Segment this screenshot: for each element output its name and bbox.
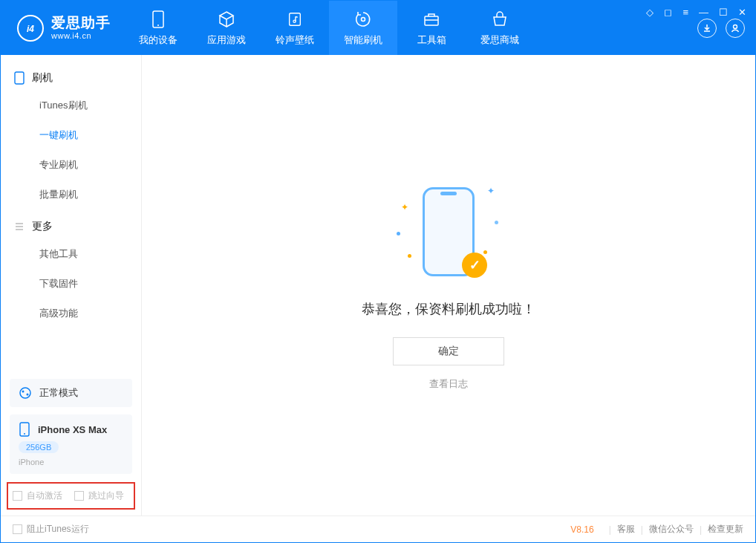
- svg-rect-8: [15, 72, 24, 84]
- check-badge-icon: ✓: [462, 253, 487, 278]
- checkbox-auto-activate[interactable]: 自动激活: [13, 490, 62, 502]
- svg-rect-3: [290, 13, 301, 25]
- minimize-icon[interactable]: —: [699, 7, 708, 18]
- sidebar-item-itunes[interactable]: iTunes刷机: [1, 91, 141, 120]
- sidebar-item-batch[interactable]: 批量刷机: [1, 180, 141, 209]
- sidebar-item-other[interactable]: 其他工具: [1, 239, 141, 269]
- update-link[interactable]: 检查更新: [708, 523, 743, 536]
- device-icon: [14, 71, 25, 85]
- tab-device[interactable]: 我的设备: [124, 1, 192, 55]
- status-mode-label: 正常模式: [39, 386, 78, 400]
- app-title: 爱思助手: [51, 16, 111, 31]
- footer: 阻止iTunes运行 V8.16 | 客服 | 微信公众号 | 检查更新: [1, 516, 755, 542]
- checkbox-icon: [74, 491, 84, 501]
- checkbox-label: 自动激活: [27, 490, 62, 502]
- tab-label: 爱思商城: [480, 33, 519, 47]
- sidebar: 刷机 iTunes刷机 一键刷机 专业刷机 批量刷机 更多 其他工具 下载固件 …: [1, 55, 142, 516]
- main-content: ✦ ✦ ✓ 恭喜您，保资料刷机成功啦！ 确定 查看日志: [142, 55, 755, 516]
- store-icon: [490, 10, 509, 29]
- checkbox-label: 阻止iTunes运行: [27, 523, 89, 536]
- device-card[interactable]: iPhone XS Max 256GB iPhone: [10, 414, 132, 474]
- tab-label: 智能刷机: [344, 33, 382, 47]
- section-label: 刷机: [32, 71, 53, 85]
- user-icon[interactable]: [726, 19, 745, 38]
- section-label: 更多: [32, 220, 53, 233]
- tab-ringtone[interactable]: 铃声壁纸: [261, 1, 329, 55]
- checkbox-icon: [13, 524, 22, 534]
- ok-button[interactable]: 确定: [393, 337, 504, 365]
- checkbox-skip-guide[interactable]: 跳过向导: [74, 490, 124, 502]
- sparkle-icon: ✦: [487, 186, 495, 196]
- svg-point-9: [20, 388, 30, 398]
- version-label: V8.16: [570, 524, 593, 535]
- logo-icon: i4: [17, 15, 44, 42]
- svg-point-7: [734, 25, 737, 28]
- menu-icon[interactable]: ≡: [682, 7, 688, 18]
- tab-label: 工具箱: [417, 33, 446, 47]
- device-capacity: 256GB: [19, 441, 59, 453]
- dot-icon: [495, 221, 498, 224]
- wechat-link[interactable]: 微信公众号: [649, 523, 694, 536]
- phone-icon: [149, 10, 168, 29]
- dot-icon: [483, 250, 487, 254]
- sidebar-section-flash: 刷机: [1, 65, 141, 91]
- maximize-icon[interactable]: ☐: [719, 7, 728, 18]
- success-illustration: ✦ ✦ ✓: [397, 180, 501, 284]
- tab-toolbox[interactable]: 工具箱: [397, 1, 466, 55]
- success-message: 恭喜您，保资料刷机成功啦！: [362, 300, 535, 318]
- tab-label: 我的设备: [139, 33, 177, 47]
- feedback-icon[interactable]: ◻: [664, 7, 672, 18]
- app-header: ◇ ◻ ≡ — ☐ ✕ i4 爱思助手 www.i4.cn 我的设备 应用游戏 …: [1, 1, 755, 55]
- support-link[interactable]: 客服: [617, 523, 635, 536]
- app-subtitle: www.i4.cn: [51, 31, 111, 40]
- device-name: iPhone XS Max: [38, 424, 107, 435]
- dot-icon: [397, 232, 400, 235]
- svg-point-4: [293, 20, 296, 22]
- tab-apps[interactable]: 应用游戏: [192, 1, 261, 55]
- tab-flash[interactable]: 智能刷机: [329, 1, 397, 55]
- svg-point-5: [362, 17, 365, 21]
- list-icon: [14, 221, 25, 232]
- body-area: 刷机 iTunes刷机 一键刷机 专业刷机 批量刷机 更多 其他工具 下载固件 …: [1, 55, 755, 516]
- tab-label: 铃声壁纸: [276, 33, 314, 47]
- svg-rect-6: [425, 16, 438, 25]
- sidebar-section-more: 更多: [1, 214, 141, 239]
- toolbox-icon: [422, 10, 441, 29]
- music-icon: [285, 10, 304, 29]
- checkbox-icon: [13, 491, 22, 501]
- sidebar-item-pro[interactable]: 专业刷机: [1, 150, 141, 180]
- cube-icon: [217, 10, 236, 29]
- main-tabs: 我的设备 应用游戏 铃声壁纸 智能刷机 工具箱 爱思商城: [124, 1, 534, 55]
- phone-small-icon: [19, 422, 30, 437]
- sidebar-item-oneclick[interactable]: 一键刷机: [1, 120, 141, 150]
- window-controls: ◇ ◻ ≡ — ☐ ✕: [646, 7, 746, 18]
- svg-point-2: [157, 25, 159, 26]
- svg-point-11: [27, 394, 29, 396]
- sidebar-item-advanced[interactable]: 高级功能: [1, 299, 141, 328]
- svg-point-13: [24, 433, 25, 435]
- svg-text:i4: i4: [27, 23, 34, 33]
- sidebar-item-firmware[interactable]: 下载固件: [1, 269, 141, 299]
- device-type: iPhone: [19, 458, 123, 466]
- refresh-icon: [353, 10, 373, 29]
- logo-area: i4 爱思助手 www.i4.cn: [1, 1, 124, 55]
- download-icon[interactable]: [697, 19, 717, 38]
- checkbox-label: 跳过向导: [88, 490, 124, 502]
- mode-icon: [19, 386, 32, 400]
- tab-store[interactable]: 爱思商城: [466, 1, 534, 55]
- status-mode-card[interactable]: 正常模式: [10, 379, 132, 407]
- dot-icon: [408, 254, 411, 258]
- view-log-link[interactable]: 查看日志: [429, 377, 468, 391]
- close-icon[interactable]: ✕: [738, 7, 746, 18]
- skin-icon[interactable]: ◇: [646, 7, 654, 18]
- tab-label: 应用游戏: [207, 33, 246, 47]
- highlighted-options: 自动激活 跳过向导: [7, 482, 135, 510]
- sparkle-icon: ✦: [401, 202, 408, 212]
- svg-point-10: [22, 391, 25, 393]
- checkbox-block-itunes[interactable]: 阻止iTunes运行: [13, 523, 89, 536]
